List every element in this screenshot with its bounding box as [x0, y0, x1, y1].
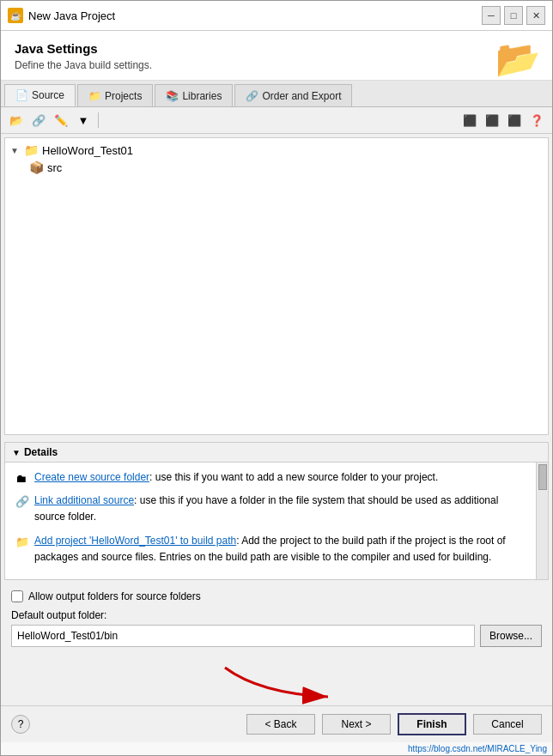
order-tab-icon: 🔗 — [246, 90, 258, 102]
window-title: New Java Project — [28, 9, 477, 22]
details-item-1: 🖿 Create new source folder: use this if … — [15, 469, 531, 486]
project-icon: 📁 — [24, 143, 39, 157]
minimize-button[interactable]: ─ — [482, 6, 501, 25]
close-button[interactable]: ✕ — [526, 6, 545, 25]
tree-src-row[interactable]: 📦 src — [5, 159, 548, 176]
tab-order-export[interactable]: 🔗 Order and Export — [234, 84, 352, 106]
add-folder-btn[interactable]: 📂 — [6, 110, 27, 130]
annotation-arrow — [191, 659, 362, 706]
details-arrow-icon: ▼ — [12, 448, 21, 457]
tab-libraries-label: Libraries — [182, 90, 222, 102]
src-label: src — [47, 161, 62, 174]
tree-expand-arrow: ▼ — [10, 146, 21, 155]
src-icon: 📦 — [29, 160, 44, 174]
title-bar-controls: ─ □ ✕ — [482, 6, 545, 25]
page-title: Java Settings — [15, 41, 538, 56]
tab-source[interactable]: 📄 Source — [4, 84, 76, 106]
details-body: 🖿 Create new source folder: use this if … — [5, 463, 548, 579]
tab-source-label: Source — [32, 89, 64, 101]
source-tab-icon: 📄 — [15, 89, 28, 101]
bottom-bar: ? < Back Next > Finish Cancel — [1, 705, 552, 742]
details-item-2: 🔗 Link additional source: use this if yo… — [15, 493, 531, 525]
details-header: ▼ Details — [5, 443, 548, 463]
details-icon-3: 📁 — [15, 534, 29, 547]
help-button[interactable]: ? — [11, 715, 30, 734]
link-additional-source-link[interactable]: Link additional source — [34, 494, 134, 506]
scrollbar-thumb[interactable] — [538, 464, 547, 490]
create-source-folder-link[interactable]: Create new source folder — [34, 471, 149, 483]
toolbar-separator — [98, 112, 99, 128]
toolbar: 📂 🔗 ✏️ ▼ ⬛ ⬛ ⬛ ❓ — [1, 107, 552, 134]
folder-icon: 📂 — [495, 38, 540, 80]
app-icon: ☕ — [8, 8, 23, 23]
tab-projects[interactable]: 📁 Projects — [77, 84, 153, 106]
add-linked-btn[interactable]: 🔗 — [28, 110, 49, 130]
page-header: Java Settings Define the Java build sett… — [1, 31, 552, 81]
page-subtitle: Define the Java build settings. — [15, 59, 538, 71]
details-text-3: Add project 'HelloWord_Test01' to build … — [34, 533, 531, 565]
cancel-button[interactable]: Cancel — [473, 714, 542, 735]
arrow-area — [1, 654, 552, 705]
details-text-1: Create new source folder: use this if yo… — [34, 469, 531, 486]
libraries-tab-icon: 📚 — [166, 90, 179, 102]
output-folder-label: Default output folder: — [11, 609, 542, 621]
project-name: HelloWord_Test01 — [42, 144, 133, 157]
toolbar-right-btn3[interactable]: ⬛ — [504, 110, 525, 130]
add-project-build-path-link[interactable]: Add project 'HelloWord_Test01' to build … — [34, 535, 236, 547]
output-folder-row: Browse... — [11, 625, 542, 647]
details-icon-2: 🔗 — [15, 493, 29, 507]
projects-tab-icon: 📁 — [88, 90, 101, 102]
details-item-3: 📁 Add project 'HelloWord_Test01' to buil… — [15, 533, 531, 565]
main-window: ☕ New Java Project ─ □ ✕ Java Settings D… — [0, 0, 553, 756]
edit-btn[interactable]: ✏️ — [51, 110, 71, 130]
tab-bar: 📄 Source 📁 Projects 📚 Libraries 🔗 Order … — [1, 81, 552, 107]
output-section: Allow output folders for source folders … — [1, 584, 552, 654]
next-button[interactable]: Next > — [322, 714, 391, 735]
finish-button[interactable]: Finish — [398, 713, 466, 735]
allow-output-label[interactable]: Allow output folders for source folders — [28, 590, 201, 602]
allow-output-folders-row: Allow output folders for source folders — [11, 590, 542, 602]
output-folder-input[interactable] — [11, 625, 475, 647]
title-bar: ☕ New Java Project ─ □ ✕ — [1, 1, 552, 31]
details-section: ▼ Details 🖿 Create new source folder: us… — [4, 442, 549, 580]
toolbar-right-btn2[interactable]: ⬛ — [482, 110, 502, 130]
toolbar-help-btn[interactable]: ❓ — [526, 110, 547, 130]
tree-root-row[interactable]: ▼ 📁 HelloWord_Test01 — [5, 142, 548, 159]
details-icon-1: 🖿 — [15, 470, 29, 484]
details-scrollbar[interactable] — [536, 463, 548, 579]
maximize-button[interactable]: □ — [504, 6, 523, 25]
allow-output-checkbox[interactable] — [11, 590, 23, 602]
details-text-2: Link additional source: use this if you … — [34, 493, 531, 525]
tab-order-label: Order and Export — [262, 90, 341, 102]
source-tree[interactable]: ▼ 📁 HelloWord_Test01 📦 src — [4, 137, 549, 435]
details-title: Details — [24, 446, 58, 458]
watermark: https://blog.csdn.net/MIRACLE_Ying — [1, 742, 552, 755]
toolbar-right-btn1[interactable]: ⬛ — [459, 110, 480, 130]
details-text-1-rest: : use this if you want to add a new sour… — [149, 471, 438, 483]
toolbar-right: ⬛ ⬛ ⬛ ❓ — [459, 110, 547, 130]
back-button[interactable]: < Back — [246, 714, 315, 735]
browse-button[interactable]: Browse... — [480, 625, 542, 647]
tab-projects-label: Projects — [105, 90, 142, 102]
tab-libraries[interactable]: 📚 Libraries — [155, 84, 233, 106]
dropdown-btn[interactable]: ▼ — [73, 110, 94, 130]
